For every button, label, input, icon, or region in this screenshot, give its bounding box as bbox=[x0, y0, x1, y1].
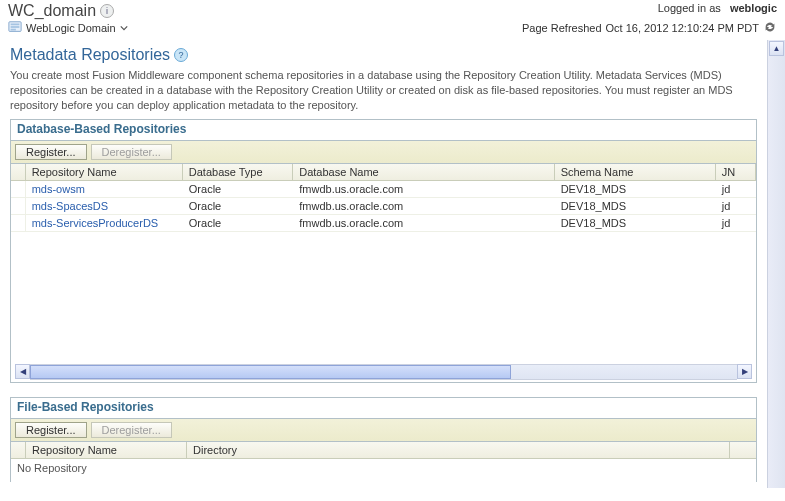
info-icon[interactable]: i bbox=[100, 4, 114, 18]
logged-in-as-label: Logged in as bbox=[658, 2, 721, 14]
file-toolbar: Register... Deregister... bbox=[11, 419, 756, 442]
domain-icon bbox=[8, 20, 22, 36]
breadcrumb-weblogic-domain[interactable]: WebLogic Domain bbox=[8, 20, 128, 36]
col-repository-name[interactable]: Repository Name bbox=[26, 164, 183, 180]
table-row[interactable]: mds-SpacesDS Oracle fmwdb.us.oracle.com … bbox=[11, 198, 756, 215]
page-domain-title: WC_domain i bbox=[8, 2, 114, 20]
scroll-right-arrow[interactable]: ▶ bbox=[737, 364, 752, 379]
file-no-data: No Repository bbox=[11, 459, 756, 477]
table-row[interactable]: mds-owsm Oracle fmwdb.us.oracle.com DEV1… bbox=[11, 181, 756, 198]
col-jn[interactable]: JN bbox=[716, 164, 756, 180]
refresh-label: Page Refreshed bbox=[522, 22, 602, 34]
file-table-header: Repository Name Directory bbox=[11, 442, 756, 459]
cell-jn: jd bbox=[716, 181, 756, 197]
row-handle[interactable] bbox=[11, 181, 26, 197]
scroll-left-arrow[interactable]: ◀ bbox=[15, 364, 30, 379]
row-handle[interactable] bbox=[11, 198, 26, 214]
file-table-region: Repository Name Directory No Repository bbox=[11, 442, 756, 482]
refresh-icon[interactable] bbox=[763, 20, 777, 36]
db-repos-panel: Database-Based Repositories Register... … bbox=[10, 119, 757, 383]
intro-text: You create most Fusion Middleware compon… bbox=[10, 68, 757, 113]
cell-dbtype: Oracle bbox=[183, 181, 293, 197]
db-deregister-button[interactable]: Deregister... bbox=[91, 144, 172, 160]
svg-rect-3 bbox=[11, 29, 16, 31]
horizontal-scrollbar[interactable]: ◀ ▶ bbox=[15, 364, 752, 380]
repo-link[interactable]: mds-ServicesProducerDS bbox=[32, 217, 159, 229]
refresh-time: Oct 16, 2012 12:10:24 PM PDT bbox=[606, 22, 759, 34]
db-table-header: Repository Name Database Type Database N… bbox=[11, 164, 756, 181]
col-schema-name[interactable]: Schema Name bbox=[555, 164, 716, 180]
db-toolbar: Register... Deregister... bbox=[11, 141, 756, 164]
chevron-down-icon bbox=[120, 22, 128, 34]
repo-link[interactable]: mds-SpacesDS bbox=[32, 200, 108, 212]
row-handle-header bbox=[11, 164, 26, 180]
db-table-region: Repository Name Database Type Database N… bbox=[11, 164, 756, 382]
cell-dbname: fmwdb.us.oracle.com bbox=[293, 181, 554, 197]
cell-dbtype: Oracle bbox=[183, 215, 293, 231]
file-register-button[interactable]: Register... bbox=[15, 422, 87, 438]
svg-rect-2 bbox=[11, 26, 20, 28]
logged-in-user: weblogic bbox=[730, 2, 777, 14]
row-handle-header bbox=[11, 442, 26, 458]
cell-dbtype: Oracle bbox=[183, 198, 293, 214]
scroll-thumb[interactable] bbox=[30, 365, 511, 379]
scroll-up-arrow[interactable]: ▲ bbox=[769, 41, 784, 56]
vertical-scrollbar[interactable]: ▲ bbox=[767, 40, 785, 488]
section-title-text: Metadata Repositories bbox=[10, 46, 170, 64]
cell-jn: jd bbox=[716, 198, 756, 214]
db-table-body: mds-owsm Oracle fmwdb.us.oracle.com DEV1… bbox=[11, 181, 756, 232]
help-icon[interactable]: ? bbox=[174, 48, 188, 62]
domain-title-text: WC_domain bbox=[8, 2, 96, 20]
section-title: Metadata Repositories ? bbox=[10, 46, 757, 64]
file-panel-header: File-Based Repositories bbox=[11, 398, 756, 419]
col-database-name[interactable]: Database Name bbox=[293, 164, 554, 180]
cell-dbname: fmwdb.us.oracle.com bbox=[293, 215, 554, 231]
col-directory[interactable]: Directory bbox=[187, 442, 730, 458]
breadcrumb-label: WebLogic Domain bbox=[26, 22, 116, 34]
row-handle[interactable] bbox=[11, 215, 26, 231]
db-register-button[interactable]: Register... bbox=[15, 144, 87, 160]
db-panel-header: Database-Based Repositories bbox=[11, 120, 756, 141]
file-deregister-button[interactable]: Deregister... bbox=[91, 422, 172, 438]
cell-schema: DEV18_MDS bbox=[555, 198, 716, 214]
login-info: Logged in as weblogic bbox=[658, 2, 777, 14]
col-database-type[interactable]: Database Type bbox=[183, 164, 293, 180]
scroll-track[interactable] bbox=[30, 364, 737, 380]
col-file-repository-name[interactable]: Repository Name bbox=[26, 442, 187, 458]
cell-schema: DEV18_MDS bbox=[555, 215, 716, 231]
cell-jn: jd bbox=[716, 215, 756, 231]
cell-schema: DEV18_MDS bbox=[555, 181, 716, 197]
table-row[interactable]: mds-ServicesProducerDS Oracle fmwdb.us.o… bbox=[11, 215, 756, 232]
repo-link[interactable]: mds-owsm bbox=[32, 183, 85, 195]
svg-rect-1 bbox=[11, 24, 20, 26]
page-refreshed: Page Refreshed Oct 16, 2012 12:10:24 PM … bbox=[522, 20, 777, 36]
file-repos-panel: File-Based Repositories Register... Dere… bbox=[10, 397, 757, 482]
cell-dbname: fmwdb.us.oracle.com bbox=[293, 198, 554, 214]
